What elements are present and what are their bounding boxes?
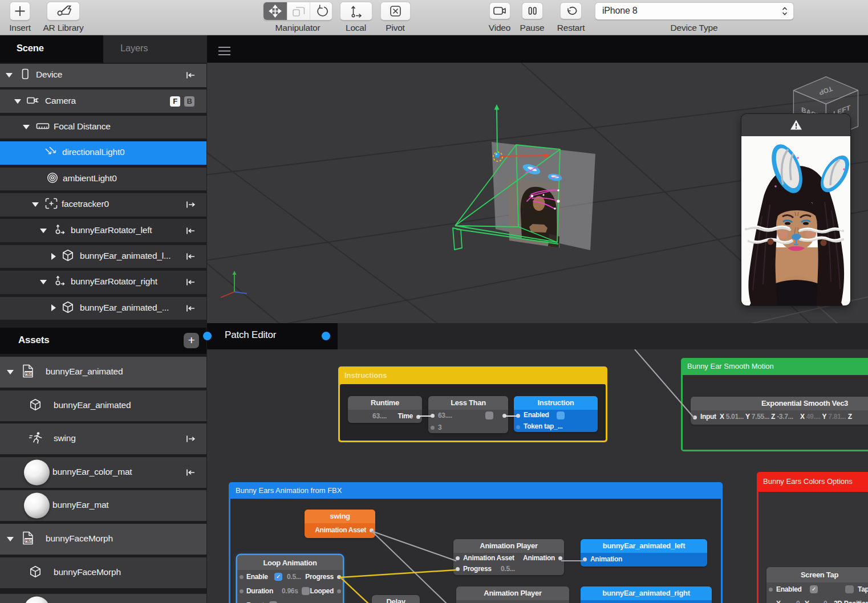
svg-text:FBX: FBX	[25, 372, 33, 376]
svg-text:FBX: FBX	[25, 539, 33, 543]
